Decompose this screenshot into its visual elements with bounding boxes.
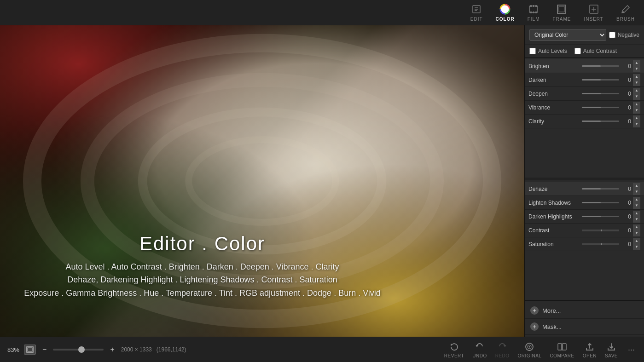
compare-icon: [557, 341, 568, 352]
dehaze-down[interactable]: ▼: [633, 189, 640, 195]
sliders-group1: Brighten 0 ▲ ▼ Darken 0 ▲ ▼: [525, 57, 644, 178]
original-tool[interactable]: ORIGINAL: [518, 341, 542, 358]
original-icon: [524, 341, 535, 352]
clarity-track[interactable]: [582, 121, 619, 122]
negative-label: Negative: [618, 32, 639, 38]
negative-checkbox[interactable]: [609, 32, 615, 38]
deepen-down[interactable]: ▼: [633, 94, 640, 100]
original-label: ORIGINAL: [518, 353, 542, 358]
tool-insert[interactable]: INSERT: [584, 3, 603, 22]
zoom-slider[interactable]: [53, 349, 104, 351]
darken-highlights-down[interactable]: ▼: [633, 217, 640, 223]
insert-icon: [588, 3, 600, 15]
contrast-down[interactable]: ▼: [633, 230, 640, 236]
fit-button[interactable]: [24, 345, 36, 355]
canvas-area: Editor . Color Auto Level . Auto Contras…: [0, 25, 524, 337]
svg-rect-10: [530, 11, 532, 13]
zoom-in-button[interactable]: +: [108, 345, 116, 355]
brighten-track[interactable]: [582, 65, 619, 67]
save-icon: [606, 341, 617, 352]
save-label: SAVE: [605, 353, 618, 358]
clarity-down[interactable]: ▼: [633, 121, 640, 127]
saturation-bar[interactable]: [582, 243, 619, 245]
saturation-down[interactable]: ▼: [633, 244, 640, 250]
more-options-button[interactable]: ···: [626, 345, 637, 355]
negative-row: Negative: [609, 32, 639, 38]
dehaze-value: 0: [622, 186, 631, 192]
darken-highlights-up[interactable]: ▲: [633, 211, 640, 217]
saturation-up[interactable]: ▲: [633, 238, 640, 244]
clarity-value: 0: [622, 118, 631, 125]
brighten-spinners: ▲ ▼: [633, 60, 640, 72]
contrast-up[interactable]: ▲: [633, 224, 640, 230]
canvas-subtitle3: Exposure . Gamma Brightness . Hue . Temp…: [0, 287, 405, 300]
bottom-left-controls: 83% − + 2000 × 1333 (1966,1142): [7, 345, 186, 355]
tool-edit[interactable]: EDIT: [470, 3, 483, 22]
brush-icon: [620, 3, 632, 15]
edit-icon: [470, 3, 482, 15]
zoom-out-button[interactable]: −: [41, 345, 48, 355]
svg-point-32: [529, 346, 530, 347]
darken-highlights-spinners: ▲ ▼: [633, 211, 640, 223]
auto-levels-label[interactable]: Auto Levels: [529, 48, 567, 54]
tool-color[interactable]: COLOR: [496, 3, 515, 22]
more-plus-icon: +: [530, 306, 539, 315]
darken-label: Darken: [528, 77, 579, 83]
dehaze-up[interactable]: ▲: [633, 183, 640, 189]
darken-up[interactable]: ▲: [633, 74, 640, 80]
clarity-up[interactable]: ▲: [633, 115, 640, 121]
deepen-value: 0: [622, 91, 631, 97]
dehaze-track[interactable]: [582, 188, 619, 190]
more-button[interactable]: + More...: [525, 303, 644, 319]
vibrance-label: Vibrance: [528, 104, 579, 111]
saturation-spinners: ▲ ▼: [633, 238, 640, 250]
compare-tool[interactable]: COMPARE: [550, 341, 574, 358]
deepen-up[interactable]: ▲: [633, 88, 640, 94]
slider-brighten: Brighten 0 ▲ ▼: [525, 59, 644, 73]
lighten-shadows-down[interactable]: ▼: [633, 203, 640, 209]
color-preset-dropdown[interactable]: Original Color: [529, 29, 606, 41]
undo-tool[interactable]: UNDO: [472, 341, 487, 358]
redo-label: REDO: [495, 353, 510, 358]
zoom-thumb: [78, 346, 85, 353]
tool-frame[interactable]: FRAME: [552, 3, 571, 22]
clarity-label: Clarity: [528, 118, 579, 125]
brighten-down[interactable]: ▼: [633, 66, 640, 72]
film-icon: [528, 3, 540, 15]
lighten-shadows-up[interactable]: ▲: [633, 197, 640, 203]
canvas-subtitle2: Dehaze, Darkening Highlight . Lightening…: [0, 273, 405, 287]
canvas-overlay: Editor . Color Auto Level . Auto Contras…: [0, 233, 405, 300]
auto-contrast-label[interactable]: Auto Contrast: [574, 48, 617, 54]
brighten-up[interactable]: ▲: [633, 60, 640, 66]
saturation-label: Saturation: [528, 241, 579, 247]
lighten-shadows-label: Lighten Shadows: [528, 200, 579, 206]
darken-highlights-track[interactable]: [582, 216, 619, 217]
darken-track[interactable]: [582, 79, 619, 80]
slider-vibrance: Vibrance 0 ▲ ▼: [525, 101, 644, 115]
contrast-bar[interactable]: [582, 230, 619, 231]
vibrance-down[interactable]: ▼: [633, 108, 640, 114]
vibrance-track[interactable]: [582, 107, 619, 108]
slider-lighten-shadows: Lighten Shadows 0 ▲ ▼: [525, 196, 644, 210]
svg-point-18: [622, 11, 624, 13]
revert-tool[interactable]: REVERT: [444, 341, 464, 358]
lighten-shadows-track[interactable]: [582, 202, 619, 203]
slider-darken-highlights: Darken Highlights 0 ▲ ▼: [525, 210, 644, 224]
tool-film[interactable]: FILM: [528, 3, 540, 22]
auto-levels-checkbox[interactable]: [529, 48, 536, 54]
darken-down[interactable]: ▼: [633, 80, 640, 86]
open-tool[interactable]: OPEN: [583, 341, 597, 358]
deepen-track[interactable]: [582, 93, 619, 94]
vibrance-up[interactable]: ▲: [633, 102, 640, 108]
slider-contrast: Contrast 0 ▲ ▼: [525, 224, 644, 237]
contrast-label: Contrast: [528, 227, 579, 234]
tool-brush[interactable]: BRUSH: [616, 3, 635, 22]
save-tool[interactable]: SAVE: [605, 341, 618, 358]
revert-icon: [449, 341, 460, 352]
mask-button[interactable]: + Mask...: [525, 319, 644, 335]
brighten-label: Brighten: [528, 63, 579, 69]
clarity-spinners: ▲ ▼: [633, 115, 640, 127]
undo-icon: [474, 341, 485, 352]
redo-tool[interactable]: REDO: [495, 341, 510, 358]
auto-contrast-checkbox[interactable]: [574, 48, 581, 54]
